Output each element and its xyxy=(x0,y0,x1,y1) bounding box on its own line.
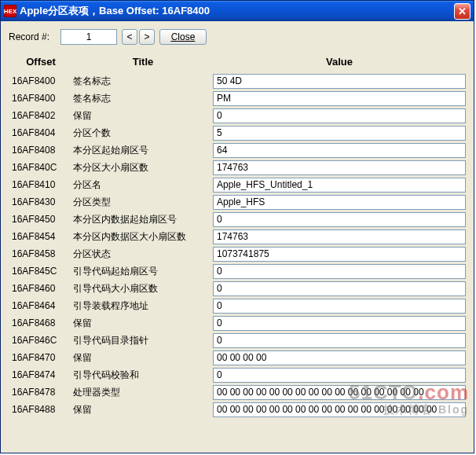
table-row: 16AF8450本分区内数据起始扇区号 xyxy=(9,211,466,228)
table-row: 16AF845C引导代码起始扇区号 xyxy=(9,262,466,280)
table-row: 16AF8454本分区内数据区大小扇区数 xyxy=(9,228,466,245)
table-row: 16AF8458分区状态 xyxy=(9,245,466,262)
cell-title: 本分区大小扇区数 xyxy=(73,161,213,174)
cell-title: 引导代码校验和 xyxy=(73,369,213,382)
column-headers: Offset Title Value xyxy=(9,56,466,68)
window-title: Apple分区表项，Base Offset: 16AF8400 xyxy=(20,4,454,18)
cell-title: 引导装载程序地址 xyxy=(73,299,213,313)
close-icon: ✕ xyxy=(458,6,467,17)
next-record-button[interactable]: > xyxy=(139,29,155,45)
cell-title: 保留 xyxy=(73,403,213,416)
cell-offset: 16AF8402 xyxy=(9,110,73,121)
cell-title: 分区类型 xyxy=(73,196,213,209)
app-icon: HEX xyxy=(4,5,16,17)
cell-offset: 16AF8410 xyxy=(9,179,73,190)
titlebar[interactable]: HEX Apple分区表项，Base Offset: 16AF8400 ✕ xyxy=(1,1,474,21)
table-row: 16AF8402保留 xyxy=(9,107,466,124)
data-rows: 16AF8400签名标志16AF8400签名标志16AF8402保留16AF84… xyxy=(9,72,466,418)
cell-value[interactable] xyxy=(213,91,466,106)
cell-title: 本分区起始扇区号 xyxy=(73,144,213,157)
cell-title: 保留 xyxy=(73,317,213,330)
window-frame: HEX Apple分区表项，Base Offset: 16AF8400 ✕ Re… xyxy=(0,0,474,453)
table-row: 16AF8408本分区起始扇区号 xyxy=(9,141,466,159)
cell-value[interactable] xyxy=(213,299,466,314)
table-row: 16AF8400签名标志 xyxy=(9,90,466,107)
cell-value[interactable] xyxy=(213,212,466,227)
watermark: 51CTO.com 技术博客 Blog xyxy=(349,382,469,415)
cell-value[interactable] xyxy=(213,126,466,141)
cell-title: 分区状态 xyxy=(73,248,213,261)
cell-offset: 16AF8458 xyxy=(9,248,73,259)
table-row: 16AF8404分区个数 xyxy=(9,124,466,141)
cell-offset: 16AF8474 xyxy=(9,369,73,380)
cell-value[interactable] xyxy=(213,281,466,296)
close-button[interactable]: Close xyxy=(159,29,207,45)
cell-title: 分区个数 xyxy=(73,127,213,140)
cell-offset: 16AF840C xyxy=(9,162,73,173)
watermark-line2: 技术博客 Blog xyxy=(349,404,469,415)
record-toolbar: Record #: < > Close xyxy=(9,29,466,45)
record-number-input[interactable] xyxy=(60,29,117,45)
watermark-line1: 51CTO.com xyxy=(349,382,469,402)
cell-offset: 16AF8464 xyxy=(9,300,73,311)
cell-title: 引导代码起始扇区号 xyxy=(73,265,213,278)
cell-value[interactable] xyxy=(213,264,466,279)
cell-offset: 16AF8450 xyxy=(9,214,73,225)
cell-title: 保留 xyxy=(73,351,213,365)
cell-value[interactable] xyxy=(213,74,466,89)
cell-offset: 16AF8460 xyxy=(9,283,73,294)
cell-title: 引导代码大小扇区数 xyxy=(73,282,213,295)
cell-title: 签名标志 xyxy=(73,75,213,88)
table-row: 16AF8460引导代码大小扇区数 xyxy=(9,280,466,297)
cell-title: 本分区内数据区大小扇区数 xyxy=(73,230,213,244)
cell-offset: 16AF8488 xyxy=(9,404,73,415)
cell-offset: 16AF8408 xyxy=(9,145,73,156)
cell-title: 签名标志 xyxy=(73,92,213,105)
cell-offset: 16AF8468 xyxy=(9,317,73,328)
cell-offset: 16AF8430 xyxy=(9,196,73,207)
cell-offset: 16AF846C xyxy=(9,335,73,346)
cell-offset: 16AF845C xyxy=(9,266,73,277)
table-row: 16AF8410分区名 xyxy=(9,176,466,193)
cell-value[interactable] xyxy=(213,160,466,175)
cell-title: 本分区内数据起始扇区号 xyxy=(73,213,213,226)
cell-value[interactable] xyxy=(213,333,466,348)
cell-value[interactable] xyxy=(213,143,466,158)
table-row: 16AF8400签名标志 xyxy=(9,72,466,90)
cell-value[interactable] xyxy=(213,108,466,123)
cell-offset: 16AF8454 xyxy=(9,231,73,242)
cell-title: 分区名 xyxy=(73,178,213,192)
cell-offset: 16AF8470 xyxy=(9,352,73,363)
cell-title: 引导代码目录指针 xyxy=(73,334,213,347)
cell-offset: 16AF8404 xyxy=(9,127,73,138)
prev-record-button[interactable]: < xyxy=(122,29,137,45)
table-row: 16AF8430分区类型 xyxy=(9,193,466,211)
window-close-button[interactable]: ✕ xyxy=(454,3,471,20)
cell-value[interactable] xyxy=(213,247,466,262)
client-area: Record #: < > Close Offset Title Value 1… xyxy=(1,21,474,418)
cell-title: 保留 xyxy=(73,109,213,123)
cell-offset: 16AF8400 xyxy=(9,75,73,86)
cell-value[interactable] xyxy=(213,350,466,365)
cell-value[interactable] xyxy=(213,195,466,210)
cell-value[interactable] xyxy=(213,229,466,244)
record-label: Record #: xyxy=(9,31,56,42)
header-value: Value xyxy=(213,56,466,68)
cell-value[interactable] xyxy=(213,178,466,193)
cell-title: 处理器类型 xyxy=(73,386,213,399)
header-offset: Offset xyxy=(9,56,73,68)
cell-offset: 16AF8400 xyxy=(9,93,73,104)
table-row: 16AF8464引导装载程序地址 xyxy=(9,297,466,314)
table-row: 16AF8470保留 xyxy=(9,349,466,366)
table-row: 16AF840C本分区大小扇区数 xyxy=(9,159,466,176)
cell-offset: 16AF8478 xyxy=(9,387,73,398)
header-title: Title xyxy=(73,56,213,68)
nav-button-group: < > xyxy=(122,29,155,45)
cell-value[interactable] xyxy=(213,316,466,331)
table-row: 16AF846C引导代码目录指针 xyxy=(9,332,466,349)
table-row: 16AF8468保留 xyxy=(9,314,466,332)
